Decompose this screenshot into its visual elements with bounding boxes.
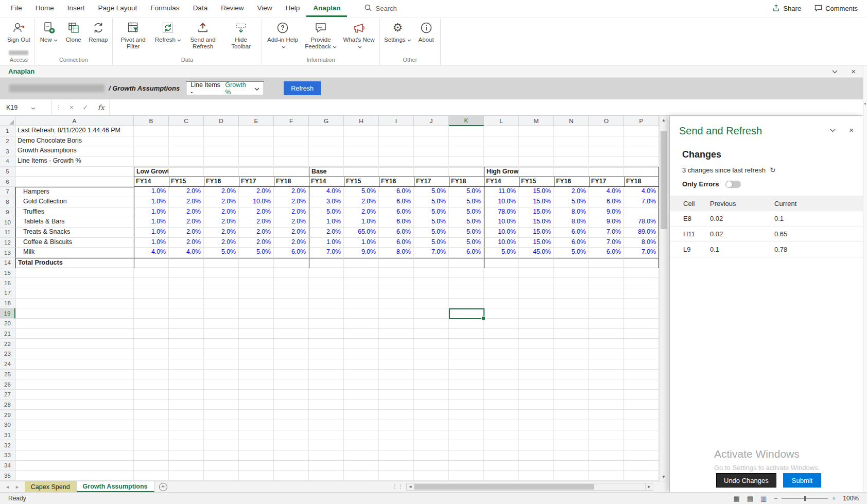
cell-I25[interactable] <box>379 370 414 380</box>
cell-C30[interactable] <box>169 420 204 430</box>
cell-L19[interactable] <box>484 308 519 319</box>
row-header-26[interactable]: 26 <box>0 379 15 390</box>
cell-K25[interactable] <box>449 370 484 380</box>
cell-J24[interactable] <box>414 359 449 370</box>
column-header-p[interactable]: P <box>624 116 659 126</box>
row-header-31[interactable]: 31 <box>0 430 15 441</box>
cell-H18[interactable] <box>344 299 379 309</box>
cell-B33[interactable] <box>134 450 169 461</box>
cell-N12[interactable]: 6.0% <box>554 238 589 248</box>
cell-B29[interactable] <box>134 410 169 420</box>
cell-H22[interactable] <box>344 339 379 349</box>
cell-F16[interactable] <box>274 278 309 288</box>
cell-A16[interactable] <box>15 278 134 288</box>
cell-K35[interactable] <box>449 471 484 481</box>
cell-I1[interactable] <box>379 126 414 136</box>
cell-G21[interactable] <box>309 329 344 339</box>
cell-J8[interactable]: 5.0% <box>414 197 449 207</box>
cell-H17[interactable] <box>344 288 379 299</box>
cell-F29[interactable] <box>274 410 309 420</box>
cell-C28[interactable] <box>169 400 204 410</box>
cell-L2[interactable] <box>484 136 519 147</box>
cell-H23[interactable] <box>344 349 379 359</box>
cell-J13[interactable]: 7.0% <box>414 248 449 258</box>
cell-D31[interactable] <box>204 430 239 441</box>
cell-L8[interactable]: 10.0% <box>484 197 519 207</box>
row-header-23[interactable]: 23 <box>0 349 15 359</box>
cell-L5[interactable]: High Grow <box>484 167 519 177</box>
cell-K33[interactable] <box>449 450 484 461</box>
cell-C12[interactable]: 2.0% <box>169 238 204 248</box>
cell-G10[interactable]: 1.0% <box>309 217 344 228</box>
cell-N8[interactable]: 5.0% <box>554 197 589 207</box>
ribbon-button-send-and-refresh[interactable]: Send and Refresh <box>184 19 222 50</box>
cell-K13[interactable]: 6.0% <box>449 248 484 258</box>
cell-H26[interactable] <box>344 379 379 390</box>
cell-L18[interactable] <box>484 299 519 309</box>
ribbon-button-settings[interactable]: ⚙Settings <box>382 19 414 43</box>
cell-K9[interactable]: 5.0% <box>449 207 484 218</box>
ribbon-button-pivot-and-filter[interactable]: Pivot and Filter <box>114 19 152 50</box>
cell-L16[interactable] <box>484 278 519 288</box>
cell-C2[interactable] <box>169 136 204 147</box>
cell-J35[interactable] <box>414 471 449 481</box>
cell-H11[interactable]: 65.0% <box>344 228 379 238</box>
cell-A3[interactable]: Growth Assumptions <box>15 146 134 157</box>
cell-I10[interactable]: 6.0% <box>379 217 414 228</box>
cell-I34[interactable] <box>379 461 414 471</box>
zoom-out-icon[interactable]: − <box>774 495 777 502</box>
cell-P13[interactable]: 7.0% <box>624 248 659 258</box>
cell-P12[interactable]: 8.0% <box>624 238 659 248</box>
cell-H12[interactable]: 1.0% <box>344 238 379 248</box>
column-header-m[interactable]: M <box>519 116 554 126</box>
cell-B34[interactable] <box>134 461 169 471</box>
cell-N25[interactable] <box>554 370 589 380</box>
cell-G1[interactable] <box>309 126 344 136</box>
cell-A9[interactable]: Truffles <box>15 207 134 218</box>
cell-N2[interactable] <box>554 136 589 147</box>
cell-B19[interactable] <box>134 308 169 319</box>
column-header-n[interactable]: N <box>554 116 589 126</box>
cell-A18[interactable] <box>15 299 134 309</box>
cell-E27[interactable] <box>239 390 274 400</box>
cell-A5[interactable] <box>15 167 134 177</box>
cell-E8[interactable]: 10.0% <box>239 197 274 207</box>
cell-P25[interactable] <box>624 370 659 380</box>
column-header-l[interactable]: L <box>484 116 519 126</box>
cell-G5[interactable]: Base <box>309 167 344 177</box>
cell-O15[interactable] <box>589 268 624 279</box>
tab-review[interactable]: Review <box>214 0 250 17</box>
row-header-32[interactable]: 32 <box>0 440 15 450</box>
cell-P15[interactable] <box>624 268 659 279</box>
pane-close-icon[interactable]: × <box>851 67 856 75</box>
cell-O9[interactable]: 9.0% <box>589 207 624 218</box>
cell-J32[interactable] <box>414 440 449 450</box>
cell-O21[interactable] <box>589 329 624 339</box>
chevron-down-icon[interactable]: ▼ <box>863 102 867 106</box>
cell-K8[interactable]: 5.0% <box>449 197 484 207</box>
cell-O35[interactable] <box>589 471 624 481</box>
cell-P9[interactable] <box>624 207 659 218</box>
cell-N11[interactable]: 6.0% <box>554 228 589 238</box>
cell-C15[interactable] <box>169 268 204 279</box>
cell-E14[interactable] <box>239 258 274 268</box>
cell-I26[interactable] <box>379 379 414 390</box>
cell-G4[interactable] <box>309 157 344 167</box>
cell-D2[interactable] <box>204 136 239 147</box>
new-sheet-button[interactable]: + <box>159 483 167 491</box>
cell-I30[interactable] <box>379 420 414 430</box>
row-header-4[interactable]: 4 <box>0 157 15 167</box>
row-header-28[interactable]: 28 <box>0 400 15 410</box>
cell-M20[interactable] <box>519 319 554 329</box>
cell-P5[interactable] <box>624 167 659 177</box>
cell-H8[interactable]: 2.0% <box>344 197 379 207</box>
cell-H16[interactable] <box>344 278 379 288</box>
cell-E10[interactable]: 2.0% <box>239 217 274 228</box>
cell-O2[interactable] <box>589 136 624 147</box>
row-header-35[interactable]: 35 <box>0 471 15 481</box>
cell-P28[interactable] <box>624 400 659 410</box>
cell-N19[interactable] <box>554 308 589 319</box>
cell-F20[interactable] <box>274 319 309 329</box>
cell-K3[interactable] <box>449 146 484 157</box>
cell-F8[interactable]: 2.0% <box>274 197 309 207</box>
